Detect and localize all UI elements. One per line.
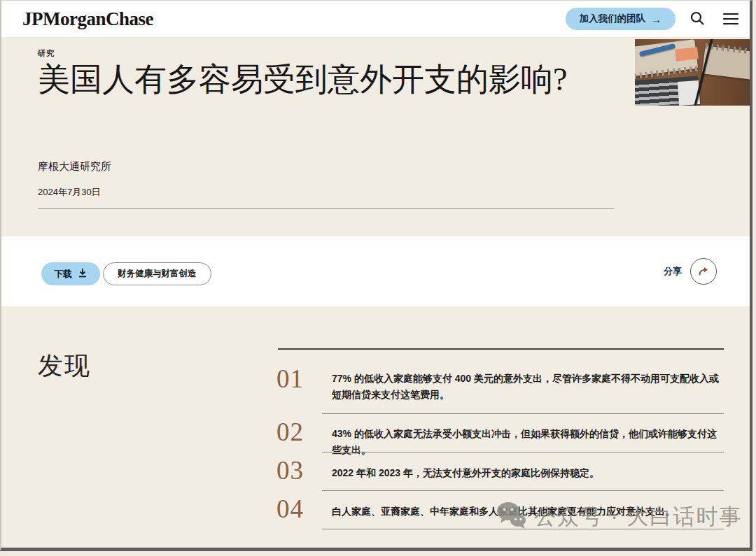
findings-heading: 发现 [38, 349, 91, 383]
findings-top-rule [278, 348, 724, 350]
finding-text-2: 43% 的低收入家庭无法承受小额支出冲击，但如果获得额外的信贷，他们或许能够支付… [332, 426, 722, 458]
topic-tag-financial-health[interactable]: 财务健康与财富创造 [103, 262, 211, 285]
share-icon [690, 258, 717, 285]
category-label: 研究 [38, 48, 55, 59]
topic-tag-label: 财务健康与财富创造 [118, 268, 197, 280]
download-button[interactable]: 下载 [41, 262, 100, 285]
finding-divider-1 [322, 413, 724, 414]
header: JPMorganChase 加入我们的团队 → [1, 1, 750, 37]
finding-text-1: 77% 的低收入家庭能够支付 400 美元的意外支出，尽管许多家庭不得不动用可支… [332, 371, 722, 403]
author-byline: 摩根大通研究所 [38, 160, 111, 173]
finding-text-4: 白人家庭、亚裔家庭、中年家庭和多人家庭比其他家庭更有能力应对意外支出。 [332, 504, 722, 520]
search-button[interactable] [685, 7, 709, 31]
join-team-label: 加入我们的团队 [580, 13, 646, 25]
hamburger-icon [723, 13, 738, 25]
page-title: 美国人有多容易受到意外开支的影响? [38, 60, 570, 99]
browser-content: JPMorganChase 加入我们的团队 → [0, 0, 752, 551]
jpmorganchase-logo[interactable]: JPMorganChase [22, 8, 153, 30]
download-icon [78, 268, 88, 280]
action-toolbar: 下载 财务健康与财富创造 分享 [1, 236, 750, 306]
search-icon [689, 10, 706, 29]
share-control[interactable]: 分享 [664, 258, 717, 285]
finding-number-4: 04 [276, 496, 304, 522]
finding-divider-3 [322, 490, 724, 491]
download-label: 下载 [54, 268, 72, 280]
finding-text-3: 2022 年和 2023 年，无法支付意外开支的家庭比例保持稳定。 [332, 465, 722, 481]
sticky-note-image-element [675, 47, 699, 61]
finding-divider-2 [322, 452, 724, 452]
finding-divider-4 [322, 529, 724, 529]
finding-number-1: 01 [276, 366, 304, 392]
findings-section: 发现 01 77% 的低收入家庭能够支付 400 美元的意外支出，尽管许多家庭不… [1, 306, 750, 548]
hero-section: 研究 美国人有多容易受到意外开支的影响? 摩根大通研究所 2024年7月30日 [1, 37, 750, 236]
page: JPMorganChase 加入我们的团队 → [0, 0, 756, 556]
hero-image [635, 39, 750, 106]
share-label: 分享 [664, 265, 682, 278]
arrow-right-icon: → [651, 13, 662, 25]
hero-divider [38, 208, 614, 209]
finding-number-3: 03 [276, 457, 304, 483]
publish-date: 2024年7月30日 [38, 186, 101, 199]
finding-number-2: 02 [276, 419, 304, 445]
join-team-button[interactable]: 加入我们的团队 → [566, 8, 676, 30]
menu-button[interactable] [719, 7, 743, 31]
